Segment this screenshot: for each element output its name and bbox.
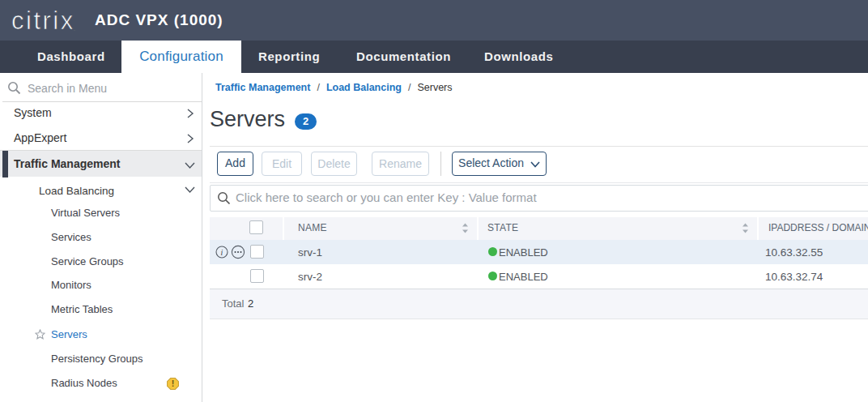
svg-text:i: i [221, 248, 223, 257]
svg-text:!: ! [172, 378, 175, 388]
